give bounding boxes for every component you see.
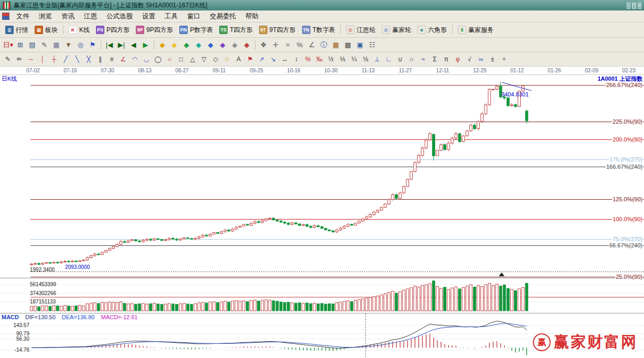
save-button[interactable]: ▣ bbox=[354, 39, 366, 50]
percent-lines-tool[interactable]: % bbox=[302, 55, 314, 64]
diamond-shape-tool[interactable]: ◇ bbox=[210, 55, 221, 64]
9t-square-button[interactable]: 9T9T四方形 bbox=[256, 25, 299, 36]
rectangle-tool[interactable]: □ bbox=[175, 55, 187, 64]
vline-tool[interactable]: │ bbox=[37, 55, 48, 64]
menu-trading[interactable]: 交易委托 bbox=[205, 10, 241, 23]
menu-settings[interactable]: 设置 bbox=[137, 10, 160, 23]
half-tool[interactable]: ½ bbox=[325, 55, 337, 64]
first-bar-button[interactable]: |◀ bbox=[103, 39, 115, 50]
hand-pan-button[interactable]: ✥ bbox=[257, 39, 270, 50]
last-bar-button[interactable]: ▶| bbox=[115, 39, 127, 50]
text-tool[interactable]: A bbox=[233, 55, 244, 64]
quarter-tool[interactable]: ¼ bbox=[348, 55, 360, 64]
prev-bar-button[interactable]: ◀ bbox=[127, 39, 139, 50]
gann-wheel-button[interactable]: ◎江恩轮 bbox=[343, 25, 379, 36]
trendline-up-tool[interactable]: ╱ bbox=[60, 55, 71, 64]
winner-service-button[interactable]: $赢家服务 bbox=[455, 25, 497, 36]
xcross-tool[interactable]: ╳ bbox=[83, 55, 94, 64]
winner-wheel-button[interactable]: ◎赢家轮 bbox=[379, 25, 414, 36]
diamond-tool-3-button[interactable]: ◆ bbox=[180, 39, 192, 50]
angle-tool-button[interactable]: ∠ bbox=[306, 39, 318, 50]
maximize-button[interactable]: □ bbox=[632, 3, 636, 9]
arrow-h-tool[interactable]: ↔ bbox=[279, 55, 291, 64]
triangle-tool[interactable]: △ bbox=[187, 55, 198, 64]
phi-tool[interactable]: φ bbox=[452, 55, 464, 64]
sum-tool[interactable]: Σ bbox=[429, 55, 441, 64]
arrow-v-tool[interactable]: ↕ bbox=[291, 55, 302, 64]
info-button[interactable]: ⓘ bbox=[318, 39, 330, 50]
menu-file[interactable]: 文件 bbox=[12, 10, 34, 23]
chart-panel-button[interactable]: ▦ bbox=[50, 39, 62, 50]
sqrt-tool[interactable]: √ bbox=[464, 55, 475, 64]
screener-button[interactable]: ▼ bbox=[62, 39, 74, 50]
inv-triangle-tool[interactable]: ▽ bbox=[198, 55, 210, 64]
flag-tool[interactable]: ⚑ bbox=[244, 55, 256, 64]
kline-button[interactable]: KK线 bbox=[66, 25, 93, 36]
print-button[interactable]: ☷ bbox=[366, 39, 378, 50]
parallel-channel-tool[interactable]: ∥ bbox=[94, 55, 106, 64]
diamond-tool-6-button[interactable]: ◆ bbox=[217, 39, 229, 50]
period-day-button[interactable]: 日▾ bbox=[2, 39, 14, 50]
pencil-tool[interactable]: ✎ bbox=[2, 55, 14, 64]
minimize-button[interactable]: – bbox=[627, 3, 630, 9]
chart-area[interactable]: 07-0207-1607-3008-1308-2709-1109-2510-16… bbox=[0, 67, 644, 358]
circle-tool[interactable]: ◯ bbox=[152, 55, 164, 64]
cycle-cap-tool[interactable]: ∩ bbox=[406, 55, 417, 64]
permille-tool[interactable]: ‰ bbox=[314, 55, 325, 64]
9p-square-button[interactable]: 9P9P四方形 bbox=[133, 25, 176, 36]
sectors-button[interactable]: ▦板块 bbox=[31, 25, 61, 36]
menu-window[interactable]: 窗口 bbox=[183, 10, 205, 23]
grid-button[interactable]: ▩ bbox=[342, 39, 354, 50]
cycle-union-tool[interactable]: ∪ bbox=[394, 55, 406, 64]
diamond-tool-4-button[interactable]: ◆ bbox=[192, 39, 205, 50]
zoom-button[interactable]: ◎ bbox=[74, 39, 87, 50]
divide-tool[interactable]: ÷ bbox=[498, 55, 510, 64]
t-square-button[interactable]: TST四方形 bbox=[216, 25, 255, 36]
star-tool[interactable]: ☆ bbox=[221, 55, 233, 64]
plusminus-tool[interactable]: ± bbox=[487, 55, 498, 64]
multi-hline-tool[interactable]: ≡ bbox=[106, 55, 117, 64]
hline-tool[interactable]: ─ bbox=[25, 55, 37, 64]
arc-up-tool[interactable]: ◠ bbox=[129, 55, 141, 64]
pen-tool[interactable]: ✏ bbox=[14, 55, 25, 64]
trendline-down-tool[interactable]: ╲ bbox=[71, 55, 83, 64]
third-tool[interactable]: ⅓ bbox=[337, 55, 348, 64]
menu-tools[interactable]: 工具 bbox=[160, 10, 183, 23]
calendar-button[interactable]: ▦ bbox=[330, 39, 342, 50]
menu-help[interactable]: 帮助 bbox=[241, 10, 263, 23]
flag-marker-button[interactable]: ⚑ bbox=[87, 39, 99, 50]
right-angle-tool[interactable]: ∟ bbox=[383, 55, 394, 64]
gann-angle-tool[interactable]: ∠ bbox=[117, 55, 129, 64]
percent-tool-button[interactable]: % bbox=[294, 39, 306, 50]
diamond-tool-1-button[interactable]: ◆ bbox=[156, 39, 168, 50]
pi-tool[interactable]: π bbox=[441, 55, 452, 64]
small-circle-tool[interactable]: ○ bbox=[164, 55, 175, 64]
hexagon-button[interactable]: ◈六角形 bbox=[414, 25, 450, 36]
p-square-button[interactable]: PSP四方形 bbox=[93, 25, 133, 36]
crossline-tool[interactable]: ┼ bbox=[48, 55, 60, 64]
quote-list-button[interactable]: ▤ bbox=[26, 39, 38, 50]
wave-tool-button[interactable]: ≈ bbox=[282, 39, 294, 50]
diamond-tool-7-button[interactable]: ◆ bbox=[229, 39, 241, 50]
quotes-button[interactable]: ≣行情 bbox=[2, 25, 31, 36]
crosshair-button[interactable]: ✛ bbox=[270, 39, 282, 50]
formula-edit-button[interactable]: ✎ bbox=[38, 39, 50, 50]
arrow-ne-tool[interactable]: ↗ bbox=[256, 55, 267, 64]
arc-down-tool[interactable]: ◡ bbox=[141, 55, 152, 64]
diamond-tool-8-button[interactable]: ◆ bbox=[241, 39, 253, 50]
menu-browse[interactable]: 浏览 bbox=[34, 10, 57, 23]
menu-gann[interactable]: 江恩 bbox=[79, 10, 102, 23]
p-number-table-button[interactable]: PNP数字表 bbox=[176, 25, 217, 36]
menu-formula-picker[interactable]: 公式选股 bbox=[102, 10, 137, 23]
window-tile-button[interactable]: ⊞ bbox=[14, 39, 26, 50]
infinity-tool[interactable]: ∞ bbox=[475, 55, 487, 64]
close-button[interactable]: × bbox=[638, 3, 641, 9]
perpendicular-tool[interactable]: ⊥ bbox=[371, 55, 383, 64]
menu-news[interactable]: 资讯 bbox=[57, 10, 79, 23]
approx-tool[interactable]: ≈ bbox=[417, 55, 429, 64]
arrow-se-tool[interactable]: ↘ bbox=[267, 55, 279, 64]
next-bar-button[interactable]: ▶ bbox=[139, 39, 152, 50]
t-number-table-button[interactable]: TNT数字表 bbox=[299, 25, 338, 36]
eighth-tool[interactable]: ⅛ bbox=[360, 55, 371, 64]
diamond-tool-2-button[interactable]: ◆ bbox=[168, 39, 180, 50]
